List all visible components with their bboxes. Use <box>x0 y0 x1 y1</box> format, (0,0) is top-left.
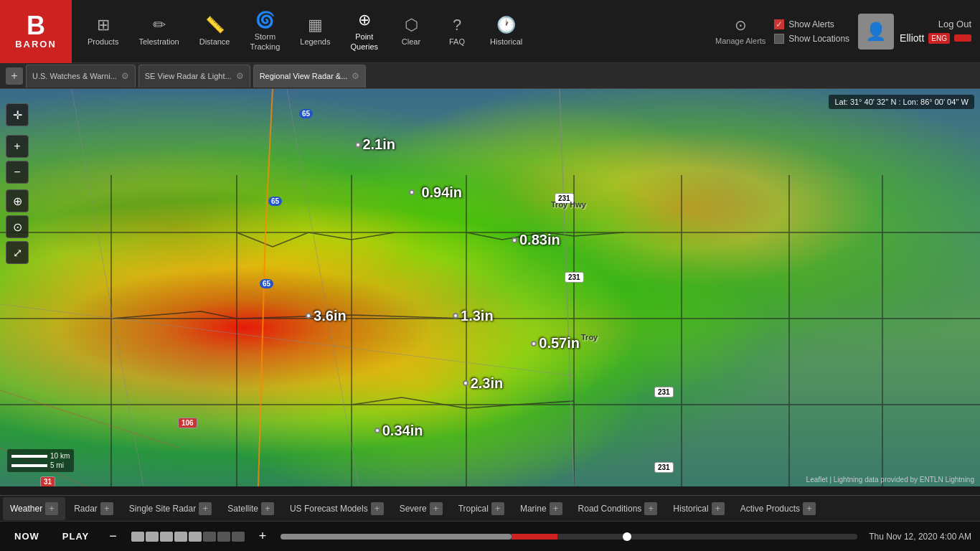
timeline-track[interactable] <box>281 534 857 540</box>
nav-item-telestration[interactable]: ✏Telestration <box>130 3 187 60</box>
zoom-out-button[interactable]: − <box>6 161 29 184</box>
nav-item-point-queries[interactable]: ⊕PointQueries <box>341 3 387 60</box>
nav-item-storm-tracking[interactable]: 🌀StormTracking <box>241 3 288 60</box>
pan-icon[interactable]: ✛ <box>6 103 29 126</box>
location-button[interactable]: ⊕ <box>6 189 29 212</box>
nav-item-distance[interactable]: 📏Distance <box>191 3 239 60</box>
speed-increase-button[interactable]: + <box>256 529 270 544</box>
segment-4 <box>174 532 187 542</box>
timeline-position-dot[interactable] <box>623 532 631 541</box>
svg-line-11 <box>72 89 143 486</box>
map-controls: ✛ + − ⊕ ⊙ ⤢ <box>6 103 29 264</box>
tab-tab1[interactable]: U.S. Watches & Warni...⚙ <box>26 65 136 88</box>
flag-indicator <box>954 34 971 42</box>
user-area: 👤 Log Out Elliott ENG <box>858 14 971 50</box>
faq-icon: ? <box>453 16 461 34</box>
clear-icon: ⬡ <box>405 16 418 34</box>
show-locations-checkbox[interactable] <box>774 34 784 44</box>
bottom-tab-marine[interactable]: Marine+ <box>513 497 570 520</box>
bottom-tab-severe[interactable]: Severe+ <box>392 497 450 520</box>
segment-2 <box>146 532 159 542</box>
bottom-tab-label-active-products: Active Products <box>740 504 800 514</box>
logout-button[interactable]: Log Out <box>900 19 971 29</box>
map-svg <box>0 89 980 486</box>
bottom-tab-label-radar: Radar <box>74 504 98 514</box>
bottom-tab-plus-us-forecast-models[interactable]: + <box>371 502 384 515</box>
bottom-tab-plus-weather[interactable]: + <box>45 502 58 515</box>
bottom-tabs: Weather+Radar+Single Site Radar+Satellit… <box>0 495 980 521</box>
tab-gear-tab2[interactable]: ⚙ <box>236 71 244 81</box>
segment-1 <box>131 532 144 542</box>
now-button[interactable]: NOW <box>9 528 45 545</box>
expand-button[interactable]: ⤢ <box>6 241 29 264</box>
tab-tab2[interactable]: SE View Radar & Light...⚙ <box>138 65 250 88</box>
play-button[interactable]: PLAY <box>57 528 95 545</box>
nav-item-legends[interactable]: ▦Legends <box>291 3 339 60</box>
tab-gear-tab1[interactable]: ⚙ <box>121 71 129 81</box>
legends-label: Legends <box>300 37 330 47</box>
alerts-checkboxes: ✓ Show Alerts Show Locations <box>774 19 849 44</box>
bottom-tab-radar[interactable]: Radar+ <box>67 497 121 520</box>
show-alerts-checkbox[interactable]: ✓ <box>774 19 784 29</box>
manage-alerts-icon: ⊙ <box>735 17 747 34</box>
bottom-tab-road-conditions[interactable]: Road Conditions+ <box>571 497 665 520</box>
nav-item-products[interactable]: ⊞Products <box>79 3 127 60</box>
nav-item-clear[interactable]: ⬡Clear <box>390 3 433 60</box>
show-locations-row[interactable]: Show Locations <box>774 34 849 44</box>
legends-icon: ▦ <box>308 16 323 34</box>
tab-label-tab3: Regional View Radar &... <box>260 72 348 80</box>
manage-alerts-button[interactable]: ⊙ Manage Alerts <box>715 17 765 46</box>
telestration-label: Telestration <box>138 37 179 47</box>
svg-line-12 <box>0 304 574 376</box>
segment-6 <box>203 532 216 542</box>
logo-name: BARON <box>15 39 57 50</box>
bottom-tab-plus-active-products[interactable]: + <box>803 502 816 515</box>
bottom-tab-single-site-radar[interactable]: Single Site Radar+ <box>122 497 219 520</box>
logo[interactable]: B BARON <box>0 0 72 63</box>
bottom-tab-plus-severe[interactable]: + <box>430 502 443 515</box>
show-alerts-row[interactable]: ✓ Show Alerts <box>774 19 849 29</box>
bottom-tab-plus-single-site-radar[interactable]: + <box>199 502 212 515</box>
bottom-tab-plus-tropical[interactable]: + <box>491 502 504 515</box>
timeline-red-segment <box>512 534 557 540</box>
bottom-tab-historical[interactable]: Historical+ <box>666 497 731 520</box>
bottom-tab-plus-radar[interactable]: + <box>100 502 113 515</box>
bottom-tab-tropical[interactable]: Tropical+ <box>451 497 512 520</box>
storm-tracking-icon: 🌀 <box>255 11 275 29</box>
bottom-tab-label-us-forecast-models: US Forecast Models <box>290 504 368 514</box>
bottom-tab-label-severe: Severe <box>400 504 427 514</box>
products-label: Products <box>88 37 118 47</box>
speed-decrease-button[interactable]: − <box>106 529 120 544</box>
clear-label: Clear <box>402 37 420 47</box>
bottom-tab-label-marine: Marine <box>520 504 547 514</box>
point-queries-label: PointQueries <box>350 32 378 51</box>
bottom-tab-plus-satellite[interactable]: + <box>261 502 274 515</box>
nav-item-historical[interactable]: 🕐Historical <box>481 3 531 60</box>
bottom-tab-plus-road-conditions[interactable]: + <box>644 502 657 515</box>
pin-button[interactable]: ⊙ <box>6 215 29 238</box>
bottom-tab-active-products[interactable]: Active Products+ <box>733 497 823 520</box>
bottom-tab-plus-historical[interactable]: + <box>712 502 725 515</box>
timeline-segments <box>131 532 245 542</box>
segment-3 <box>160 532 173 542</box>
scale-indicator: 10 km 5 mi <box>7 449 74 472</box>
tab-gear-tab3[interactable]: ⚙ <box>352 71 359 81</box>
telestration-icon: ✏ <box>153 16 166 34</box>
segment-5 <box>189 532 202 542</box>
user-info: Log Out Elliott ENG <box>900 19 971 44</box>
bottom-tab-weather[interactable]: Weather+ <box>3 497 65 520</box>
bottom-tab-satellite[interactable]: Satellite+ <box>220 497 281 520</box>
scale-mi-label: 5 mi <box>50 461 64 469</box>
playback-bar: NOW PLAY − + Thu Nov 12, 2020 4:00 AM <box>0 521 980 551</box>
bottom-tab-plus-marine[interactable]: + <box>550 502 562 515</box>
zoom-in-button[interactable]: + <box>6 135 29 158</box>
tab-tab3[interactable]: Regional View Radar &...⚙ <box>253 65 367 88</box>
storm-tracking-label: StormTracking <box>250 32 280 51</box>
manage-alerts-label: Manage Alerts <box>715 37 765 46</box>
scale-km-label: 10 km <box>50 452 70 460</box>
tab-label-tab1: U.S. Watches & Warni... <box>32 72 117 80</box>
add-tab-button[interactable]: + <box>6 67 23 85</box>
nav-item-faq[interactable]: ?FAQ <box>435 3 479 60</box>
map-area[interactable]: 65 65 65 231 231 231 231 106 31 55 84 43… <box>0 89 980 486</box>
bottom-tab-us-forecast-models[interactable]: US Forecast Models+ <box>283 497 391 520</box>
